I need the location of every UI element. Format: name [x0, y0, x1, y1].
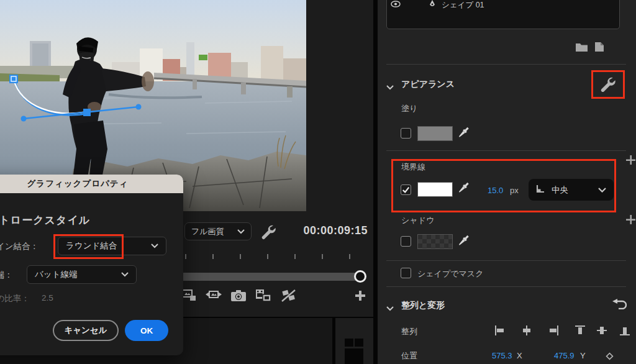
line-join-dropdown[interactable]: ラウンド結合: [58, 237, 166, 255]
ruler-tick: [240, 254, 241, 259]
timecode-display: 00:00:09:15: [281, 224, 368, 237]
dialog-title: グラフィックプロパティ: [27, 178, 129, 189]
add-stroke-plus-icon[interactable]: [626, 155, 635, 167]
cancel-button-label: キャンセル: [64, 325, 107, 336]
dialog-titlebar[interactable]: グラフィックプロパティ: [0, 175, 183, 193]
align-bottom-icon[interactable]: [619, 325, 630, 339]
chevron-down-icon: [121, 272, 129, 277]
ruler-tick: [185, 254, 186, 259]
transform-header[interactable]: 整列と変形: [401, 300, 445, 311]
eye-icon[interactable]: [391, 1, 401, 9]
shadow-eyedropper-icon[interactable]: [457, 234, 470, 251]
stroke-width-value[interactable]: 15.0: [488, 186, 503, 195]
fill-color-swatch[interactable]: [417, 126, 453, 141]
pen-tool-icon: [429, 0, 436, 11]
handle-dot: [136, 104, 142, 110]
stroke-position-dropdown[interactable]: 中央: [529, 179, 614, 201]
line-cap-dropdown[interactable]: バット線端: [27, 265, 137, 284]
clip-thumbnail: [355, 339, 363, 347]
align-left-icon[interactable]: [494, 325, 506, 339]
stroke-color-swatch[interactable]: [417, 182, 453, 197]
project-panel[interactable]: [335, 318, 373, 364]
mask-with-shape-checkbox[interactable]: [401, 268, 411, 278]
button-editor-plus-icon[interactable]: [352, 288, 369, 304]
position-label: 位置: [401, 350, 417, 362]
keyframe-diamond-icon[interactable]: [605, 352, 614, 363]
fx-mute-crossed-film-icon[interactable]: [279, 288, 297, 304]
stroke-style-heading: ストロークスタイル: [0, 213, 90, 227]
new-folder-icon[interactable]: [575, 42, 588, 55]
quality-label: フル画質: [191, 226, 224, 237]
stroke-label: 境界線: [401, 162, 425, 173]
align-right-icon[interactable]: [548, 325, 559, 339]
graphic-properties-dialog: グラフィックプロパティ ストロークスタイル ライン結合： ラウンド結合 線端： …: [0, 175, 183, 355]
chevron-down-icon: [151, 243, 158, 248]
playback-quality-dropdown[interactable]: フル画質: [184, 222, 252, 240]
appearance-header[interactable]: アピアランス: [401, 79, 455, 90]
monitor-zoom-scrollbar[interactable]: [155, 273, 365, 281]
cancel-button[interactable]: キャンセル: [53, 320, 119, 341]
section-divider: [386, 150, 626, 151]
selected-anchor-point: [9, 75, 18, 83]
ok-button[interactable]: OK: [125, 320, 168, 341]
align-center-vertical-icon[interactable]: [596, 325, 607, 339]
mask-with-shape-label: シェイプでマスク: [417, 268, 483, 280]
layer-list: シェイプ 01: [386, 0, 620, 29]
line-cap-value: バット線端: [35, 269, 77, 280]
position-x-unit: X: [517, 351, 522, 360]
miter-ratio-label: 角の比率：: [0, 293, 30, 304]
stroke-position-value: 中央: [552, 184, 598, 196]
add-shadow-plus-icon[interactable]: [626, 215, 635, 227]
miter-ratio-value: 2.5: [42, 293, 53, 303]
film-strip-icon[interactable]: [255, 288, 272, 304]
stroke-width-unit: px: [510, 186, 519, 195]
export-frame-camera-icon[interactable]: [230, 288, 247, 304]
fill-checkbox[interactable]: [401, 128, 411, 139]
chevron-down-icon[interactable]: [386, 81, 394, 93]
appearance-wrench-icon[interactable]: [599, 76, 616, 95]
fill-label: 塗り: [401, 103, 417, 114]
ruler-tick: [322, 254, 323, 259]
section-divider: [386, 260, 626, 261]
stroke-eyedropper-icon[interactable]: [457, 181, 470, 198]
zoom-scrollbar-handle[interactable]: [354, 270, 366, 283]
section-divider: [386, 64, 626, 65]
stroke-position-icon: [535, 184, 545, 196]
layer-row-shape01[interactable]: シェイプ 01: [387, 0, 619, 11]
section-divider: [386, 286, 626, 287]
ruler-tick: [267, 254, 268, 259]
monitor-settings-wrench-icon[interactable]: [260, 224, 276, 242]
anchor-point: [83, 109, 91, 116]
position-y-unit: Y: [580, 351, 586, 360]
clip-thumbnail: [345, 348, 363, 364]
shadow-color-swatch[interactable]: [417, 234, 453, 249]
reset-undo-icon[interactable]: [612, 299, 627, 312]
line-join-label: ライン結合：: [0, 241, 39, 252]
chevron-down-icon: [237, 229, 245, 234]
chevron-down-icon[interactable]: [386, 303, 394, 314]
stroke-checkbox-checked[interactable]: [401, 184, 411, 195]
position-x-value[interactable]: 575.3: [492, 351, 512, 360]
align-center-horizontal-icon[interactable]: [521, 325, 532, 339]
align-top-icon[interactable]: [575, 325, 586, 339]
ruler-tick: [294, 254, 296, 259]
lift-button[interactable]: [181, 288, 198, 304]
clip-thumbnail: [345, 339, 353, 347]
shadow-label: シャドウ: [401, 215, 434, 226]
new-item-icon[interactable]: [594, 42, 604, 55]
app-window: フル画質 00:00:09:15: [0, 0, 636, 364]
shadow-checkbox[interactable]: [401, 236, 411, 247]
line-cap-label: 線端：: [0, 270, 13, 281]
layer-name: シェイプ 01: [442, 0, 484, 11]
extract-button[interactable]: [205, 288, 222, 304]
chevron-down-icon: [598, 185, 606, 194]
position-y-value[interactable]: 475.9: [554, 351, 575, 360]
ok-button-label: OK: [140, 326, 153, 335]
line-join-value: ラウンド結合: [66, 240, 117, 252]
fill-eyedropper-icon[interactable]: [457, 125, 470, 143]
ruler-tick: [349, 254, 350, 259]
ruler-tick: [212, 254, 214, 259]
essential-graphics-panel: シェイプ 01 アピアランス 塗り 境界線: [378, 0, 636, 364]
handle-dot: [21, 116, 27, 122]
align-label: 整列: [401, 326, 417, 337]
